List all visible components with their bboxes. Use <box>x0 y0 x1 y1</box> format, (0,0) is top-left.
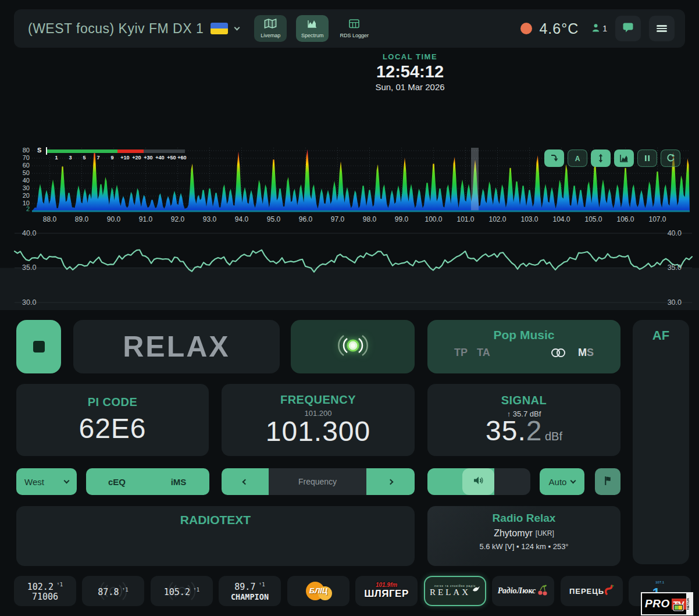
spectrum-chart-icon <box>306 19 318 31</box>
tx-name: Radio Relax <box>493 512 556 525</box>
chat-bubble-icon <box>622 22 634 35</box>
menu-button[interactable] <box>649 16 675 41</box>
chevron-left-icon <box>242 479 248 485</box>
preset-station-perets[interactable]: ПЕРЕЦЬ <box>561 576 623 606</box>
blits-logo: БЛІЦ <box>304 580 334 602</box>
refresh-icon[interactable] <box>661 149 680 167</box>
chevron-down-icon[interactable] <box>234 24 240 30</box>
nav-spectrum-button[interactable]: Spectrum <box>296 15 329 42</box>
signal-panel: SIGNAL ↑ 35.7 dBf 35.2 dBf <box>427 384 620 456</box>
spectrum-x-tick: 98.0 <box>356 215 384 223</box>
chevron-right-icon <box>388 479 394 485</box>
ceq-toggle[interactable]: cEQ <box>86 477 148 487</box>
pty-label: Pop Music <box>493 328 554 342</box>
history-y-tick-right: 40.0 <box>658 229 682 237</box>
spectrum-x-tick: 91.0 <box>132 215 160 223</box>
svg-text:A: A <box>575 155 580 163</box>
ta-flag: TA <box>477 347 490 359</box>
nav-rds-logger-button[interactable]: RDS Logger <box>338 15 370 42</box>
stereo-indicator-panel <box>291 320 415 373</box>
tx-info-panel: Radio Relax Zhytomyr [UKR] 5.6 kW [V] ▪ … <box>427 506 620 566</box>
hamburger-menu-icon <box>657 24 667 33</box>
ims-toggle[interactable]: iMS <box>148 477 209 487</box>
signal-decimal: 2 <box>526 415 543 446</box>
spectrum-x-tick: 93.0 <box>196 215 224 223</box>
spectrum-x-tick: 101.0 <box>452 215 480 223</box>
spectrum-x-tick: 104.0 <box>548 215 576 223</box>
s-meter-bar-rest <box>144 149 185 153</box>
frequency-panel: FREQUENCY 101.200 101.300 <box>222 384 415 456</box>
refresh-mode-select[interactable]: Auto <box>540 468 584 495</box>
pull-down-arrow-icon[interactable] <box>544 149 564 167</box>
preset-station[interactable]: 105.2 ᵎ1 <box>151 576 213 606</box>
spectrum-x-tick: 94.0 <box>228 215 256 223</box>
history-y-tick-right: 30.0 <box>658 298 682 307</box>
spectrum-x-tick: 107.0 <box>644 215 672 223</box>
flag-button[interactable] <box>595 468 620 495</box>
preset-station[interactable]: 87.8 ᵎ1 <box>82 576 144 606</box>
antenna-icon: ᵎ1 <box>54 582 63 587</box>
s-meter-tick: 5 <box>77 155 91 161</box>
server-title[interactable]: (WEST focus) Kyiv FM DX 1 <box>28 21 204 37</box>
frequency-input[interactable] <box>269 468 366 495</box>
preset-station-radio-lux[interactable]: РадіоЛюкс <box>492 576 554 606</box>
s-meter-tick: 9 <box>105 155 119 161</box>
history-y-tick-right: 35.0 <box>658 264 682 272</box>
protv-net: NET.UA <box>686 593 692 614</box>
pi-code-label: PI CODE <box>88 396 138 409</box>
radiotext-panel: RADIOTEXT <box>16 506 415 566</box>
preset-station-shlyager[interactable]: 101.9fm ШЛЯГЕР <box>355 576 418 606</box>
frequency-value: 101.300 <box>266 415 371 447</box>
radiotext-label: RADIOTEXT <box>180 513 251 527</box>
af-label: AF <box>652 328 669 343</box>
letter-a-icon[interactable]: A <box>568 149 587 167</box>
listener-count: 1 <box>602 24 607 33</box>
temperature-value: 4.6°C <box>539 20 579 37</box>
chat-button[interactable] <box>615 16 641 41</box>
s-meter-tick: 7 <box>91 155 105 161</box>
vertical-zoom-icon[interactable] <box>591 149 611 167</box>
spectrum-y-tick: 20 <box>14 192 30 199</box>
tx-itu: [UKR] <box>536 529 554 537</box>
tune-up-button[interactable] <box>366 468 415 495</box>
preset-station[interactable]: 102.2 ᵎ1 71006 <box>14 576 76 606</box>
ms-flag-m: M <box>578 347 587 359</box>
pi-code-panel: PI CODE 62E6 <box>16 384 209 456</box>
ps-name: RELAX <box>123 330 230 364</box>
header-bar: (WEST focus) Kyiv FM DX 1 Livemap Spectr… <box>14 9 685 48</box>
volume-slider[interactable] <box>427 468 530 495</box>
protv-watermark: PRO TV NET.UA <box>641 592 693 615</box>
eq-ims-toggle-group: cEQ iMS <box>86 468 209 495</box>
pause-icon[interactable] <box>637 149 657 167</box>
s-meter-tick: +60 <box>175 155 189 161</box>
history-y-tick-left: 35.0 <box>22 264 36 272</box>
hummingbird-icon <box>472 585 480 595</box>
preset-station[interactable]: 89.7 ᵎ1 CHAMPION <box>219 576 281 606</box>
protv-pro: PRO <box>645 597 670 610</box>
volume-thumb[interactable] <box>462 468 494 495</box>
spectrum-y-tick: 40 <box>14 177 30 184</box>
area-graph-icon[interactable] <box>614 149 634 167</box>
spectrum-y-tick: 60 <box>14 162 30 169</box>
pty-flags-panel: Pop Music TP TA M S <box>427 320 620 373</box>
clock-time: 12:54:12 <box>279 62 541 81</box>
map-icon <box>264 19 277 31</box>
s-meter-bar-green <box>47 149 117 153</box>
temperature-dot-icon <box>520 23 532 34</box>
history-y-tick-left: 30.0 <box>22 298 36 307</box>
nav-livemap-button[interactable]: Livemap <box>254 15 287 42</box>
tv-set-icon <box>673 602 684 614</box>
spectrum-x-tick: 100.0 <box>420 215 448 223</box>
pi-code-value: 62E6 <box>79 412 146 444</box>
cherries-icon <box>537 583 548 599</box>
antenna-select[interactable]: West <box>16 468 77 495</box>
spectrum-x-tick: 92.0 <box>164 215 192 223</box>
spectrum-y-tick: 30 <box>14 184 30 191</box>
user-icon <box>591 23 600 34</box>
stop-playback-button[interactable] <box>16 320 61 373</box>
tune-down-button[interactable] <box>222 468 269 495</box>
history-y-tick-left: 40.0 <box>22 229 36 237</box>
preset-station-relax[interactable]: легке та спокійне радіо RELAX <box>424 576 486 606</box>
preset-station-blits[interactable]: БЛІЦ <box>287 576 350 606</box>
tx-details: 5.6 kW [V] ▪ 124 km ▪ 253° <box>479 542 568 551</box>
